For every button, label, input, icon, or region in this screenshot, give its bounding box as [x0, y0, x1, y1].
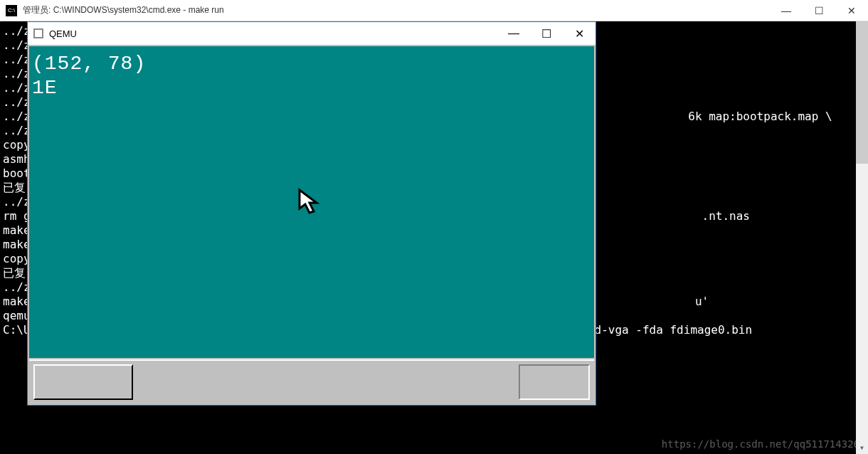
- qemu-minimize-button[interactable]: —: [497, 22, 530, 45]
- qemu-window-controls: — ☐ ✕: [497, 22, 596, 45]
- cmd-minimize-button[interactable]: —: [770, 0, 803, 21]
- os-keycode: 1E: [32, 77, 58, 99]
- taskbar-start-button[interactable]: [33, 364, 133, 400]
- watermark: https://blog.csdn.net/qq511714326: [662, 438, 859, 450]
- cmd-close-button[interactable]: ✕: [835, 0, 868, 21]
- cmd-icon: C:\: [6, 5, 17, 16]
- os-text: (152, 78) 1E: [29, 46, 594, 106]
- mouse-cursor-icon: [297, 187, 325, 216]
- qemu-window: QEMU — ☐ ✕ (152, 78) 1E: [27, 21, 596, 406]
- cmd-titlebar[interactable]: C:\ 管理员: C:\WINDOWS\system32\cmd.exe - m…: [0, 0, 868, 21]
- qemu-title: QEMU: [49, 28, 497, 39]
- cmd-window-controls: — ☐ ✕: [770, 0, 868, 21]
- qemu-icon: [33, 28, 43, 38]
- qemu-maximize-button[interactable]: ☐: [530, 22, 563, 45]
- scroll-down-icon[interactable]: ▼: [856, 442, 868, 454]
- qemu-canvas[interactable]: (152, 78) 1E: [28, 45, 596, 405]
- cmd-scrollbar[interactable]: ▲ ▼: [856, 21, 868, 454]
- qemu-titlebar[interactable]: QEMU — ☐ ✕: [28, 22, 596, 45]
- cmd-maximize-button[interactable]: ☐: [803, 0, 835, 21]
- scrollbar-thumb[interactable]: [856, 21, 868, 164]
- taskbar-tray[interactable]: [519, 364, 590, 400]
- cmd-title: 管理员: C:\WINDOWS\system32\cmd.exe - make …: [23, 4, 770, 16]
- os-coords: (152, 78): [32, 53, 146, 75]
- qemu-close-button[interactable]: ✕: [563, 22, 596, 45]
- os-taskbar: [29, 359, 594, 403]
- os-desktop[interactable]: (152, 78) 1E: [29, 46, 594, 358]
